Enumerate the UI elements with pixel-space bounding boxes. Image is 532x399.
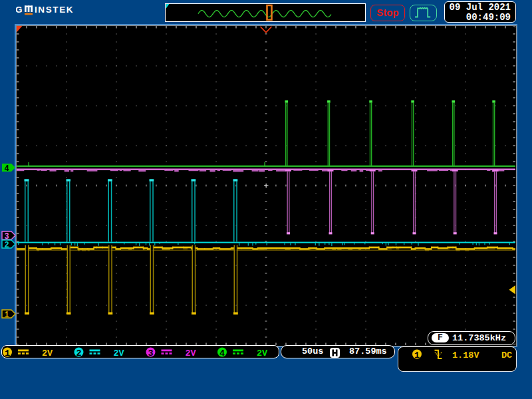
svg-text:4: 4 — [219, 348, 225, 358]
svg-text:2: 2 — [4, 241, 9, 250]
svg-text:INSTEK: INSTEK — [35, 5, 74, 15]
svg-text:1: 1 — [5, 348, 10, 358]
svg-text:1: 1 — [4, 311, 9, 320]
svg-text:2V: 2V — [186, 348, 197, 358]
svg-text:G: G — [16, 5, 23, 15]
svg-text:3: 3 — [148, 348, 153, 358]
svg-text:1.18V: 1.18V — [452, 350, 479, 360]
svg-text:2V: 2V — [114, 348, 125, 358]
svg-text:DC: DC — [501, 350, 512, 360]
svg-text:2V: 2V — [257, 348, 268, 358]
svg-text:1: 1 — [414, 350, 420, 360]
svg-text:2: 2 — [76, 348, 81, 358]
svg-text:2V: 2V — [42, 348, 53, 358]
svg-text:4: 4 — [4, 164, 9, 174]
